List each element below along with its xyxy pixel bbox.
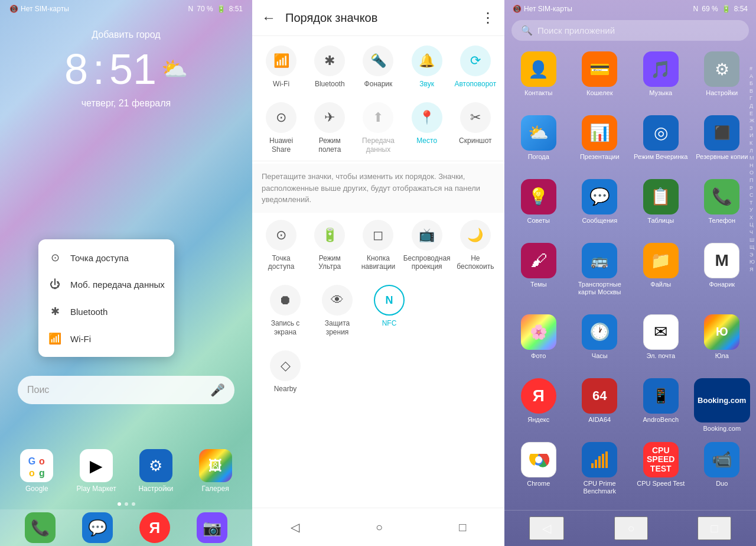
left-panel: 📵 Нет SIM-карты N 70 % 🔋 8:51 Добавить г… <box>0 0 252 546</box>
app-files[interactable]: 📁 Файлы <box>631 239 690 308</box>
right-nav-back[interactable]: ◁ <box>529 516 564 540</box>
app-weather[interactable]: ⛅ Погода <box>509 112 568 173</box>
label-presentations: Презентации <box>580 153 620 161</box>
app-cpu-prime[interactable]: CPU Prime Benchmark <box>571 438 630 508</box>
label-contacts: Контакты <box>524 89 553 97</box>
tile-bluetooth[interactable]: ✱ Bluetooth <box>308 46 351 88</box>
app-yandex-right[interactable]: Я Яндекс <box>509 375 568 436</box>
clock-hours: 8 <box>64 45 88 93</box>
right-nav-recent[interactable]: □ <box>698 516 731 540</box>
right-panel: 📵 Нет SIM-карты N 69 % 🔋 8:54 🔍 Поиск пр… <box>504 0 756 546</box>
nav-recent-button[interactable]: □ <box>445 516 480 539</box>
app-messages-right[interactable]: 💬 Сообщения <box>571 176 630 237</box>
app-tips[interactable]: 💡 Советы <box>509 176 568 237</box>
tile-airplane[interactable]: ✈ Режим полета <box>308 102 351 154</box>
tiles-row-5: ◇ Nearby <box>252 343 504 400</box>
tile-flashlight-label: Фонарик <box>364 80 393 88</box>
tile-screen-record[interactable]: ⏺ Запись с экрана <box>264 285 307 336</box>
tile-ultra-mode[interactable]: 🔋 Режим Ультра <box>308 220 351 271</box>
svg-point-2 <box>535 456 542 463</box>
label-music: Музыка <box>649 89 672 97</box>
search-text: Поис <box>27 385 49 395</box>
dock-messages[interactable]: 💬 <box>82 512 113 543</box>
tile-nav-button-label: Кнопка навигации <box>357 254 399 271</box>
nav-home-button[interactable]: ○ <box>361 516 397 539</box>
right-status-bar: 📵 Нет SIM-карты N 69 % 🔋 8:54 <box>504 0 756 18</box>
app-chrome[interactable]: Chrome <box>509 438 568 508</box>
tile-eye-protection[interactable]: 👁 Защита зрения <box>316 285 359 336</box>
tile-eye-protection-label: Защита зрения <box>316 319 359 336</box>
tile-nfc[interactable]: N NFC <box>368 285 410 336</box>
wifi-label: Wi-Fi <box>70 334 91 344</box>
tile-location-label: Место <box>416 136 437 145</box>
app-transport-cards[interactable]: 🚌 Транспортные карты Москвы <box>571 239 630 308</box>
tile-data-transfer[interactable]: ⬆ Передача данных <box>357 102 399 154</box>
app-email[interactable]: ✉ Эл. почта <box>631 311 690 372</box>
app-booking[interactable]: Booking.com Booking.com <box>693 375 752 436</box>
app-yula[interactable]: Ю Юла <box>693 311 752 372</box>
app-tables[interactable]: 📋 Таблицы <box>631 176 690 237</box>
app-google[interactable]: G o o g Google <box>9 449 64 493</box>
tile-hotspot[interactable]: ⊙ Точка доступа <box>260 220 302 271</box>
app-aida64[interactable]: 64 AIDA64 <box>571 375 630 436</box>
label-party-mode: Режим Вечеринка <box>634 153 687 161</box>
app-play-market[interactable]: ▶ Play Маркет <box>69 449 124 493</box>
dock-phone[interactable]: 📞 <box>25 512 56 543</box>
menu-item-hotspot[interactable]: ⊙ Точка доступа <box>38 244 174 271</box>
label-androbench: AndroBench <box>643 416 679 424</box>
battery-icon: 🔋 <box>217 5 226 13</box>
app-cpu-speed-test[interactable]: CPUSPEEDTEST CPU Speed Test <box>631 438 690 508</box>
label-phone-right: Телефон <box>708 217 735 225</box>
menu-item-mobile-data[interactable]: ⏻ Моб. передача данных <box>38 271 174 298</box>
app-phone-right[interactable]: 📞 Телефон <box>693 176 752 237</box>
tile-huawei-share[interactable]: ⊙ Huawei Share <box>260 102 302 154</box>
tile-screenshot[interactable]: ✂ Скриншот <box>454 102 497 154</box>
back-button[interactable]: ← <box>262 9 276 26</box>
app-label-settings: Настройки <box>138 485 173 493</box>
dock-yandex[interactable]: Я <box>139 512 170 543</box>
app-gallery[interactable]: 🖼 Галерея <box>188 449 243 493</box>
menu-item-wifi[interactable]: 📶 Wi-Fi <box>38 325 174 352</box>
tile-sound[interactable]: 🔔 Звук <box>406 46 448 88</box>
svg-rect-4 <box>591 463 594 468</box>
app-backup[interactable]: ⬛ Резервные копии <box>693 112 752 173</box>
app-flashlight-right[interactable]: M Фонарик <box>693 239 752 308</box>
nav-back-button[interactable]: ◁ <box>276 515 314 539</box>
app-settings[interactable]: ⚙ Настройки <box>129 449 184 493</box>
label-booking: Booking.com <box>703 425 741 433</box>
right-nav-home[interactable]: ○ <box>614 516 647 540</box>
app-settings-right[interactable]: ⚙ Настройки <box>693 48 752 109</box>
tile-nearby[interactable]: ◇ Nearby <box>264 350 307 393</box>
app-music[interactable]: 🎵 Музыка <box>631 48 690 109</box>
app-duo[interactable]: 📹 Duo <box>693 438 752 508</box>
app-clock[interactable]: 🕐 Часы <box>571 311 630 372</box>
tile-ultra-mode-label: Режим Ультра <box>308 254 351 271</box>
tile-wireless-projection[interactable]: 📺 Беспроводная проекция <box>406 220 448 271</box>
sim-icon: 📵 <box>9 5 18 13</box>
weather-icon: ⛅ <box>161 57 188 82</box>
search-bar[interactable]: Поис 🎤 <box>18 376 234 404</box>
menu-item-bluetooth[interactable]: ✱ Bluetooth <box>38 298 174 325</box>
app-themes[interactable]: 🖌 Темы <box>509 239 568 308</box>
right-search-bar[interactable]: 🔍 Поиск приложений <box>511 20 749 41</box>
mic-icon[interactable]: 🎤 <box>210 383 225 397</box>
tile-flashlight[interactable]: 🔦 Фонарик <box>357 46 399 88</box>
tile-location[interactable]: 📍 Место <box>406 102 448 154</box>
app-wallet[interactable]: 💳 Кошелек <box>571 48 630 109</box>
wireless-projection-icon: 📺 <box>419 228 435 243</box>
tile-nav-button[interactable]: ◻ Кнопка навигации <box>357 220 399 271</box>
app-androbench[interactable]: 📱 AndroBench <box>631 375 690 436</box>
label-photo: Фото <box>531 352 546 360</box>
app-contacts[interactable]: 👤 Контакты <box>509 48 568 109</box>
app-photo[interactable]: 🌸 Фото <box>509 311 568 372</box>
app-party-mode[interactable]: ◎ Режим Вечеринка <box>631 112 690 173</box>
tile-wifi[interactable]: 📶 Wi-Fi <box>260 46 302 88</box>
app-presentations[interactable]: 📊 Презентации <box>571 112 630 173</box>
more-options-button[interactable]: ⋮ <box>481 9 495 26</box>
label-flashlight-right: Фонарик <box>709 281 735 288</box>
tile-autorotate[interactable]: ⟳ Автоповорот <box>454 46 497 88</box>
tile-dnd[interactable]: 🌙 Не беспокоить <box>454 220 497 271</box>
dock-camera[interactable]: 📷 <box>197 512 227 543</box>
right-nav-bar: ◁ ○ □ <box>504 510 756 546</box>
sim-label: Нет SIM-карты <box>21 5 69 13</box>
